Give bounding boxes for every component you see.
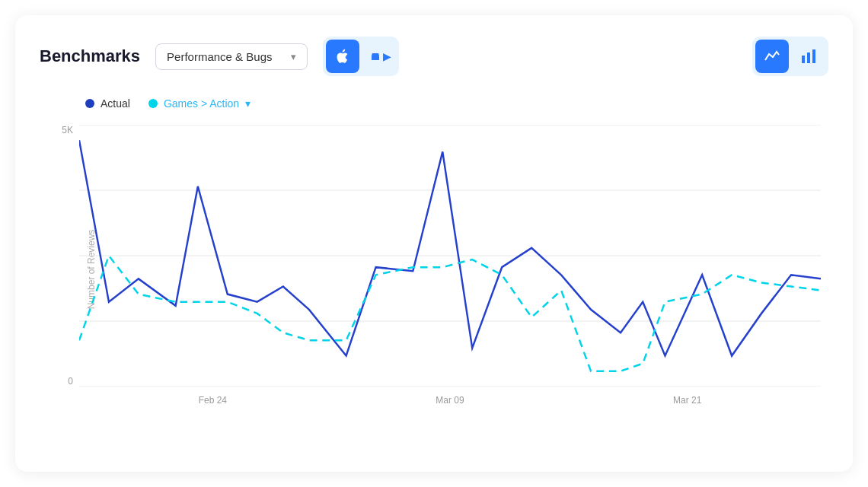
platform-button-group: ▶ [323,37,399,76]
view-button-group [752,37,828,76]
legend-category[interactable]: Games > Action ▾ [148,97,251,110]
bar-chart-button[interactable] [792,40,825,73]
apple-icon [335,49,350,64]
category-line [79,256,821,371]
svg-rect-1 [802,56,805,63]
dropdown-label: Performance & Bugs [167,50,283,63]
legend-actual: Actual [85,97,130,110]
actual-dot [85,99,94,108]
actual-label: Actual [101,97,130,110]
android-icon [368,49,383,64]
chart-area: 5K 0 Number of Reviews Feb 24 Mar 09 [40,125,828,414]
svg-marker-0 [372,53,379,56]
y-label-0: 0 [68,376,73,387]
header: Benchmarks Performance & Bugs ▾ ▶ [40,37,828,76]
category-label: Games > Action [164,97,239,110]
actual-line [79,140,821,355]
x-label-feb24: Feb 24 [199,395,227,406]
page-title: Benchmarks [40,46,140,66]
line-chart-icon [764,48,780,65]
x-axis-labels: Feb 24 Mar 09 Mar 21 [79,387,821,414]
apple-platform-button[interactable] [326,40,359,73]
chevron-down-icon: ▾ [291,51,296,62]
chart-legend: Actual Games > Action ▾ [40,97,828,110]
category-dot [148,99,158,108]
x-label-mar21: Mar 21 [673,395,701,406]
line-chart-button[interactable] [755,40,789,73]
legend-chevron-icon[interactable]: ▾ [245,97,251,110]
chart-svg-container [79,125,821,387]
chart-svg [79,125,821,387]
svg-rect-3 [812,49,815,63]
bar-chart-icon [800,48,817,65]
svg-rect-2 [807,53,810,63]
header-left: Benchmarks Performance & Bugs ▾ ▶ [40,37,399,76]
benchmarks-card: Benchmarks Performance & Bugs ▾ ▶ [15,15,853,472]
y-label-5k: 5K [62,125,73,135]
android-platform-button[interactable]: ▶ [362,40,396,73]
y-axis: 5K 0 [40,125,79,387]
category-dropdown[interactable]: Performance & Bugs ▾ [155,43,308,70]
x-label-mar09: Mar 09 [436,395,464,406]
